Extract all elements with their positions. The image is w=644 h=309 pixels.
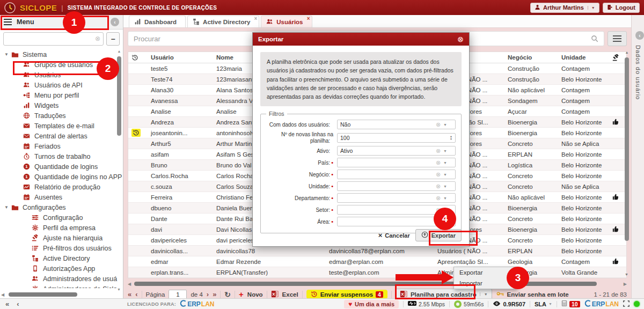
sidebar-item[interactable]: ▼ Usuários de API [0,80,123,90]
sidebar-item[interactable]: ▼ Feriados [0,141,123,151]
chevron-down-icon[interactable]: ▼ [443,196,447,200]
clear-icon[interactable]: ⊗ [436,159,441,166]
last-page-button[interactable]: » [213,290,216,298]
chevron-down-icon[interactable]: ▼ [443,161,447,165]
chevron-down-icon[interactable]: ▼ [588,6,595,10]
close-icon[interactable]: × [254,16,257,21]
collapse-sidebar-button[interactable]: ‹ [111,18,119,26]
chevron-down-icon[interactable]: ▼ [443,149,447,153]
chevron-down-icon[interactable]: ▼ [443,173,447,176]
first-page-button[interactable]: « [128,290,131,298]
chevron-down-icon[interactable]: ▼ [443,123,447,127]
column-header-negocio[interactable]: Negócio [502,54,556,61]
cancel-button[interactable]: × Cancelar [378,231,410,239]
sidebar-item[interactable]: ▼ 1 Quantidade de logins no APP [0,172,123,182]
sidebar-item[interactable]: ▼ Autorizações App [0,263,123,274]
scroll-down-icon[interactable]: ▼ [117,288,121,291]
enviar-senha-button[interactable]: Enviar senha em lote [496,290,569,299]
sidebar-item[interactable]: ▼ Traduções [0,111,123,121]
table-row[interactable]: edmar Edmar Rezende edmar@erplan.com Apr… [128,256,626,267]
close-icon[interactable]: ⊗ [457,35,464,43]
chevron-down-icon[interactable]: ▼ [480,292,488,296]
chevron-left-icon[interactable]: ‹ [17,300,19,308]
table-vertical-scrollbar[interactable]: ▲ ▼ [624,50,630,282]
search-icon[interactable] [591,35,598,42]
sidebar-vertical-scrollbar[interactable]: ▲ ▼ [116,49,122,293]
scroll-left-icon[interactable]: ◀ [1,292,4,297]
prev-page-button[interactable]: ‹ [135,290,137,298]
next-page-button[interactable]: › [207,290,209,298]
sidebar-search-input[interactable] [3,32,104,46]
logout-button[interactable]: Logout [603,3,640,13]
sidebar-item[interactable]: ▼ Turnos de trabalho [0,151,123,161]
tab[interactable]: Usuários × [261,16,312,27]
sidebar-item[interactable]: ▼ Central de alertas [0,131,123,141]
scroll-down-icon[interactable]: ▼ [625,273,628,276]
sidebar-item[interactable]: ▼ Menu por perfil [0,90,123,100]
column-chooser-button[interactable] [608,31,627,46]
caret-down-icon[interactable]: ▼ [4,52,9,57]
modal-header[interactable]: Exportar ⊗ [253,33,469,46]
plus-icon[interactable]: + [239,290,244,299]
clear-icon[interactable]: ⊗ [436,171,441,178]
gavel-column-icon[interactable] [611,54,624,61]
chevron-double-left-icon[interactable]: « [5,300,9,308]
table-row[interactable]: davinicollas... davinicollas78 davinicol… [128,246,626,256]
clear-icon[interactable]: ⊗ [95,35,100,42]
tab[interactable]: Dashboard × [129,16,186,27]
sidebar-item[interactable]: ▼ Administradores de usuá [0,274,123,284]
chevron-down-icon[interactable]: ▼ [443,185,447,188]
sidebar-item[interactable]: ▼ Perfil da empresa [0,223,123,233]
excel-icon[interactable]: X [271,290,279,299]
sidebar-item[interactable]: ▼ Widgets [0,100,123,111]
tab[interactable]: Active Directory × [187,16,259,27]
scroll-left-icon[interactable]: ◀ [128,282,131,286]
sidebar-item[interactable]: ▼ Administradores do Siclo [0,284,123,288]
user-menu-button[interactable]: Arthur Martins ▼ [530,3,599,13]
filter-input[interactable]: ⊗ ▼ ▲▼ [337,170,456,179]
sla-dropdown[interactable]: SLA▼ [535,301,552,307]
scroll-right-icon[interactable]: ▶ [624,282,627,286]
close-icon[interactable]: × [307,16,310,21]
clear-icon[interactable]: ⊗ [436,148,441,154]
new-button[interactable]: Novo [247,291,263,298]
collapse-all-button[interactable]: − [106,32,120,46]
scroll-up-icon[interactable]: ▲ [625,50,629,54]
sidebar-item[interactable]: ▼ Relatório de produção [0,182,123,192]
scrollbar-thumb[interactable] [625,57,629,241]
filter-input[interactable]: ⊗ ▼ ▲▼ [337,181,456,191]
sidebar-horizontal-scrollbar[interactable]: ◀ [1,291,109,298]
sidebar-item[interactable]: ▼ Active Directory [0,253,123,263]
filter-input[interactable]: Não ⊗ ▼ ▲▼ [337,120,456,129]
history-icon[interactable] [131,129,141,137]
fullscreen-icon[interactable] [623,300,630,308]
filter-input[interactable]: ⊗ ▼ ▲▼ [337,158,456,167]
sidebar-item[interactable]: ▼ Pré-filtros dos usuários [0,243,123,253]
enviar-suspensos-button[interactable]: Enviar suspensos 4 [306,290,387,299]
table-horizontal-scrollbar[interactable]: ◀ ▶ [128,281,627,287]
filter-input[interactable]: ⊗ ▼ ▲▼ [337,193,456,203]
column-header-usuario[interactable]: Usuário [143,54,209,61]
table-row[interactable]: erplan.trans... ERPLAN(Transfer) teste@e… [128,267,626,278]
sidebar-item[interactable]: ▼ Templates de e-mail [0,121,123,131]
column-header-unidade[interactable]: Unidade [556,54,611,61]
filter-input[interactable]: Ativo ⊗ ▼ ▲▼ [337,146,456,156]
refresh-button[interactable]: ↻ [224,290,231,299]
filter-input[interactable]: 100 ⊗ ▼ ▲▼ [337,133,456,143]
scroll-up-icon[interactable]: ▲ [118,49,121,53]
expand-panel-button[interactable]: ‹ [635,31,644,40]
sidebar-item[interactable]: ▼ Configurações [0,202,123,212]
sidebar-item[interactable]: ▼ Ausentes [0,192,123,202]
spinner-icon[interactable]: ▲▼ [450,135,452,141]
clear-icon[interactable]: ⊗ [436,183,441,190]
sidebar-item[interactable]: ▼ 1 Quantidade de logins [0,161,123,172]
excel-button[interactable]: Excel [282,291,298,298]
clear-icon[interactable]: ⊗ [436,121,441,128]
sidebar-item[interactable]: ▼ Ajuste na hierarquia [0,233,123,243]
page-number-input[interactable] [169,290,187,299]
clear-icon[interactable]: ⊗ [436,195,441,202]
caret-down-icon[interactable]: ▼ [4,205,9,210]
history-column-icon[interactable] [128,54,143,61]
sidebar-item[interactable]: ▼ Configuração [0,212,123,223]
calculator-button[interactable]: 10 [561,300,580,308]
